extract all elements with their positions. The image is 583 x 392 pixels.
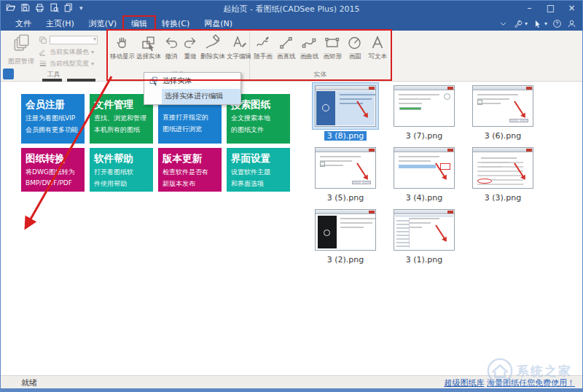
thumbnail-item[interactable]: 3 (2).png	[306, 206, 385, 268]
entity-button-3[interactable]: 画矩形	[322, 34, 343, 62]
ribbon-group-tools: 图层管理 当前实体颜色 ▾ 当前线型宽度 ▾ 工具	[1, 31, 107, 81]
thumbnail-filename: 3 (1).png	[403, 255, 446, 264]
window-title: 起始页 - 看图纸(CADSee Plus) 2015	[1, 4, 582, 15]
cursor-icon[interactable]	[533, 19, 542, 28]
op-button-5[interactable]: 文字编辑	[226, 34, 252, 62]
tab-2[interactable]: 浏览(V)	[82, 17, 124, 31]
thumbnail-image	[472, 85, 533, 127]
op-button-2[interactable]: 撤消	[162, 34, 181, 62]
freehand-icon	[254, 34, 272, 52]
chevron-down-icon[interactable]	[498, 19, 508, 28]
tile-description-line: 和界面选项	[231, 179, 286, 189]
entity-button-5[interactable]: 写文本	[367, 34, 388, 62]
thumbnail-grid: 3 (8).png 3 (7).png	[306, 82, 542, 268]
thumbnail-item[interactable]: 3 (6).png	[463, 82, 542, 144]
line-width-icon	[39, 59, 47, 68]
circle-icon	[346, 34, 364, 52]
tile-title: 会员注册	[26, 98, 80, 111]
tile-7[interactable]: 界面设置 设置软件主题和界面选项	[227, 148, 290, 192]
tile-description-line: 本机所有的图纸	[94, 125, 149, 135]
status-promo-text: 海量图纸任您免费使用！	[487, 378, 575, 388]
user-icon[interactable]	[567, 19, 576, 28]
super-drawing-library-link[interactable]: 超级图纸库	[445, 378, 485, 388]
curve-icon	[300, 34, 318, 52]
layer-combobox-row	[39, 34, 106, 46]
op-button-1-label: 选择实体	[136, 52, 161, 61]
entity-color-label: 当前实体颜色	[50, 47, 89, 57]
entity-color-button[interactable]: 当前实体颜色 ▾	[39, 46, 106, 58]
entity-button-5-label: 写文本	[368, 52, 387, 61]
op-button-0-label: 移动显示	[110, 52, 135, 61]
thumbnail-item[interactable]: 3 (1).png	[385, 206, 463, 268]
tile-title: 软件帮助	[94, 152, 149, 165]
ribbon: 图层管理 当前实体颜色 ▾ 当前线型宽度 ▾ 工具 移动显示 选择	[1, 31, 582, 82]
ribbon-group-entities: 随手画 画直线 画曲线 画矩形 画圆 写文本 实体	[250, 31, 391, 81]
layer-manager-button[interactable]: 图层管理	[7, 34, 36, 66]
status-ready: 就绪	[21, 377, 37, 388]
tile-description-line: 会员拥有更多功能	[26, 125, 80, 135]
tooltip-select-entity: 选择实体 选择实体进行编辑	[144, 72, 241, 105]
entity-button-4[interactable]: 画圆	[345, 34, 364, 62]
op-button-1[interactable]: 选择实体	[136, 34, 162, 62]
window-bottom-border	[1, 388, 582, 391]
delete-entity-icon	[204, 34, 222, 52]
layer-combobox[interactable]	[50, 36, 98, 44]
thumbnail-filename: 3 (2).png	[324, 255, 367, 264]
close-button[interactable]: ×	[561, 1, 582, 16]
thumbnail-item[interactable]: 3 (3).png	[463, 144, 542, 206]
text-edit-icon	[230, 34, 248, 52]
entity-button-0-label: 随手画	[254, 52, 273, 61]
tile-description-line: 将DWG图纸转为	[26, 168, 80, 177]
maximize-button[interactable]: □	[540, 1, 561, 16]
chevron-down-icon: ▾	[544, 20, 547, 27]
collapsed-toolbar-mark	[42, 79, 62, 82]
tooltip-title: 选择实体	[163, 76, 192, 86]
undo-icon	[163, 34, 180, 52]
tile-5[interactable]: 软件帮助 打开看图纸软件使用帮助	[90, 148, 153, 192]
tile-description-line: 的图纸文件	[231, 125, 286, 135]
op-button-0[interactable]: 移动显示	[109, 34, 136, 62]
tile-description-line: 注册为看图纸VIP	[26, 114, 80, 123]
tile-6[interactable]: 版本更新 检查软件是否有新版本发布	[158, 148, 222, 192]
start-page-tiles: 会员注册 注册为看图纸VIP会员拥有更多功能 文件管理 查找、浏览和管理本机所有…	[21, 94, 290, 192]
collapsed-toolbar-mark	[67, 79, 95, 82]
line-icon	[278, 34, 295, 52]
tab-4[interactable]: 转换(C)	[154, 17, 197, 31]
op-button-2-label: 撤消	[163, 52, 180, 61]
tile-0[interactable]: 会员注册 注册为看图纸VIP会员拥有更多功能	[21, 94, 85, 144]
panel-icon[interactable]	[3, 68, 14, 79]
entity-button-1[interactable]: 画直线	[276, 34, 297, 62]
entity-button-2[interactable]: 画曲线	[300, 34, 320, 62]
minimize-button[interactable]: –	[519, 1, 540, 16]
entity-button-0[interactable]: 随手画	[253, 34, 273, 62]
op-button-4[interactable]: 删除实体	[200, 34, 226, 62]
layer-manager-label: 图层管理	[7, 57, 36, 66]
thumbnail-item[interactable]: 3 (8).png	[306, 82, 385, 144]
tab-5[interactable]: 网盘(N)	[197, 17, 240, 31]
group-label-entities: 实体	[250, 70, 391, 79]
tab-3[interactable]: 编辑	[124, 17, 154, 31]
tile-title: 图纸转换	[26, 152, 80, 165]
thumbnail-filename: 3 (3).png	[482, 193, 525, 203]
tile-description-line: 全文搜索本地	[231, 114, 286, 123]
tile-title: 界面设置	[231, 152, 286, 165]
chevron-down-icon: ▾	[91, 49, 94, 55]
thumbnail-filename: 3 (8).png	[324, 131, 367, 141]
help-icon[interactable]	[552, 19, 562, 28]
op-button-3[interactable]: 重做	[181, 34, 200, 62]
title-bar: ▾ 起始页 - 看图纸(CADSee Plus) 2015 – □ ×	[1, 1, 582, 17]
thumbnail-item[interactable]: 3 (7).png	[385, 82, 463, 144]
tile-title: 版本更新	[163, 152, 217, 165]
tab-1[interactable]: 主页(H)	[39, 17, 82, 31]
line-width-button[interactable]: 当前线型宽度 ▾	[39, 58, 106, 69]
thumbnail-item[interactable]: 3 (4).png	[385, 144, 463, 206]
thumbnail-image	[394, 209, 455, 251]
tile-4[interactable]: 图纸转换 将DWG图纸转为BMP/DWF/PDF	[21, 148, 85, 192]
thumbnail-item[interactable]: 3 (5).png	[306, 144, 385, 206]
tab-0[interactable]: 文件	[8, 17, 39, 31]
chevron-down-icon: ▾	[525, 20, 528, 27]
entity-button-1-label: 画直线	[277, 52, 296, 61]
thumbnail-image	[472, 147, 533, 189]
tooltip-description: 选择实体进行编辑	[162, 89, 240, 104]
wrench-icon[interactable]	[513, 19, 523, 28]
